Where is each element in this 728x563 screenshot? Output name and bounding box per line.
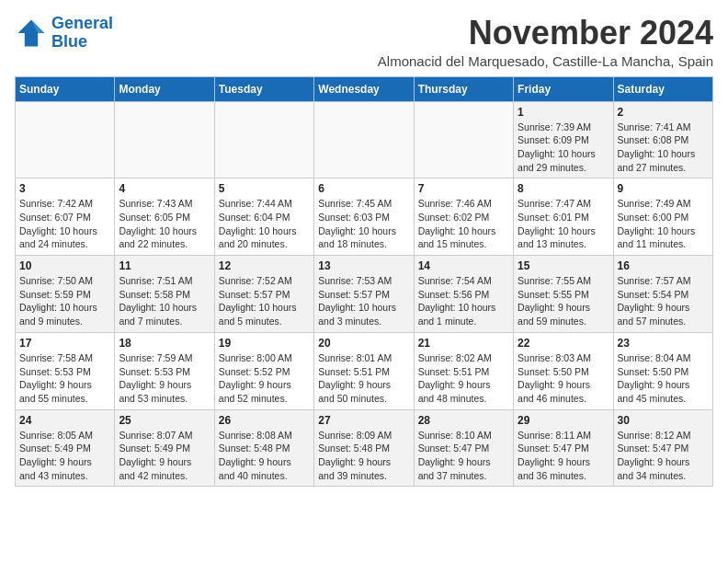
- day-number: 4: [119, 182, 210, 195]
- day-number: 24: [19, 414, 110, 427]
- day-number: 16: [618, 259, 709, 272]
- day-number: 26: [219, 414, 310, 427]
- calendar-cell: 9Sunrise: 7:49 AM Sunset: 6:00 PM Daylig…: [613, 178, 712, 256]
- calendar-table: SundayMondayTuesdayWednesdayThursdayFrid…: [15, 76, 713, 488]
- day-info: Sunrise: 7:49 AM Sunset: 6:00 PM Dayligh…: [618, 197, 709, 251]
- weekday-header: Tuesday: [214, 76, 313, 101]
- day-number: 10: [19, 259, 110, 272]
- day-number: 22: [518, 337, 609, 350]
- calendar-cell: [214, 101, 313, 178]
- calendar-cell: 28Sunrise: 8:10 AM Sunset: 5:47 PM Dayli…: [414, 409, 513, 487]
- day-info: Sunrise: 7:53 AM Sunset: 5:57 PM Dayligh…: [318, 274, 409, 328]
- day-info: Sunrise: 8:00 AM Sunset: 5:52 PM Dayligh…: [219, 351, 310, 406]
- day-info: Sunrise: 7:39 AM Sunset: 6:09 PM Dayligh…: [518, 121, 609, 175]
- day-number: 29: [518, 414, 609, 427]
- title-block: November 2024 Almonacid del Marquesado, …: [378, 15, 713, 69]
- calendar-cell: 3Sunrise: 7:42 AM Sunset: 6:07 PM Daylig…: [16, 178, 115, 256]
- calendar-cell: 8Sunrise: 7:47 AM Sunset: 6:01 PM Daylig…: [514, 178, 613, 256]
- calendar-cell: 13Sunrise: 7:53 AM Sunset: 5:57 PM Dayli…: [314, 256, 414, 333]
- day-info: Sunrise: 8:05 AM Sunset: 5:49 PM Dayligh…: [19, 429, 110, 483]
- day-number: 30: [618, 414, 709, 427]
- day-number: 13: [318, 259, 409, 272]
- calendar-cell: 4Sunrise: 7:43 AM Sunset: 6:05 PM Daylig…: [115, 178, 214, 256]
- calendar-cell: 20Sunrise: 8:01 AM Sunset: 5:51 PM Dayli…: [314, 332, 414, 409]
- day-info: Sunrise: 7:55 AM Sunset: 5:55 PM Dayligh…: [518, 274, 609, 328]
- calendar-cell: 1Sunrise: 7:39 AM Sunset: 6:09 PM Daylig…: [514, 101, 613, 178]
- calendar-week-row: 17Sunrise: 7:58 AM Sunset: 5:53 PM Dayli…: [16, 332, 713, 409]
- day-number: 14: [418, 259, 509, 272]
- calendar-cell: 16Sunrise: 7:57 AM Sunset: 5:54 PM Dayli…: [613, 256, 712, 333]
- page-container: General Blue November 2024 Almonacid del…: [15, 15, 713, 487]
- calendar-week-row: 1Sunrise: 7:39 AM Sunset: 6:09 PM Daylig…: [16, 101, 713, 178]
- calendar-cell: 7Sunrise: 7:46 AM Sunset: 6:02 PM Daylig…: [414, 178, 513, 256]
- calendar-cell: 23Sunrise: 8:04 AM Sunset: 5:50 PM Dayli…: [613, 332, 712, 409]
- day-info: Sunrise: 8:08 AM Sunset: 5:48 PM Dayligh…: [219, 429, 310, 483]
- day-number: 18: [119, 337, 210, 350]
- day-info: Sunrise: 8:02 AM Sunset: 5:51 PM Dayligh…: [418, 351, 509, 406]
- calendar-cell: 15Sunrise: 7:55 AM Sunset: 5:55 PM Dayli…: [514, 256, 613, 333]
- day-number: 19: [219, 337, 310, 350]
- weekday-header: Monday: [115, 76, 214, 101]
- day-number: 20: [318, 337, 409, 350]
- day-info: Sunrise: 7:52 AM Sunset: 5:57 PM Dayligh…: [219, 274, 310, 328]
- day-number: 3: [19, 182, 110, 195]
- day-number: 7: [418, 182, 509, 195]
- calendar-cell: 30Sunrise: 8:12 AM Sunset: 5:47 PM Dayli…: [613, 409, 712, 487]
- calendar-cell: 10Sunrise: 7:50 AM Sunset: 5:59 PM Dayli…: [16, 256, 115, 333]
- day-info: Sunrise: 8:10 AM Sunset: 5:47 PM Dayligh…: [418, 429, 509, 483]
- day-number: 8: [518, 182, 609, 195]
- day-info: Sunrise: 8:03 AM Sunset: 5:50 PM Dayligh…: [518, 351, 609, 406]
- day-info: Sunrise: 7:59 AM Sunset: 5:53 PM Dayligh…: [119, 351, 210, 406]
- weekday-header: Thursday: [414, 76, 513, 101]
- weekday-header: Wednesday: [314, 76, 414, 101]
- calendar-cell: [16, 101, 115, 178]
- day-number: 2: [618, 106, 709, 119]
- day-info: Sunrise: 7:45 AM Sunset: 6:03 PM Dayligh…: [318, 197, 409, 251]
- header: General Blue November 2024 Almonacid del…: [15, 15, 713, 69]
- day-info: Sunrise: 7:44 AM Sunset: 6:04 PM Dayligh…: [219, 197, 310, 251]
- day-info: Sunrise: 7:54 AM Sunset: 5:56 PM Dayligh…: [418, 274, 509, 328]
- calendar-week-row: 3Sunrise: 7:42 AM Sunset: 6:07 PM Daylig…: [16, 178, 713, 256]
- day-number: 15: [518, 259, 609, 272]
- day-info: Sunrise: 7:46 AM Sunset: 6:02 PM Dayligh…: [418, 197, 509, 251]
- day-info: Sunrise: 8:09 AM Sunset: 5:48 PM Dayligh…: [318, 429, 409, 483]
- day-number: 21: [418, 337, 509, 350]
- calendar-week-row: 24Sunrise: 8:05 AM Sunset: 5:49 PM Dayli…: [16, 409, 713, 487]
- calendar-cell: 14Sunrise: 7:54 AM Sunset: 5:56 PM Dayli…: [414, 256, 513, 333]
- calendar-cell: [414, 101, 513, 178]
- calendar-cell: 5Sunrise: 7:44 AM Sunset: 6:04 PM Daylig…: [214, 178, 313, 256]
- day-number: 23: [618, 337, 709, 350]
- calendar-week-row: 10Sunrise: 7:50 AM Sunset: 5:59 PM Dayli…: [16, 256, 713, 333]
- day-info: Sunrise: 8:07 AM Sunset: 5:49 PM Dayligh…: [119, 429, 210, 483]
- calendar-cell: 27Sunrise: 8:09 AM Sunset: 5:48 PM Dayli…: [314, 409, 414, 487]
- day-info: Sunrise: 7:42 AM Sunset: 6:07 PM Dayligh…: [19, 197, 110, 251]
- day-info: Sunrise: 7:41 AM Sunset: 6:08 PM Dayligh…: [618, 121, 709, 175]
- day-number: 5: [219, 182, 310, 195]
- day-number: 28: [418, 414, 509, 427]
- day-number: 27: [318, 414, 409, 427]
- calendar-cell: 22Sunrise: 8:03 AM Sunset: 5:50 PM Dayli…: [514, 332, 613, 409]
- calendar-cell: [115, 101, 214, 178]
- day-number: 6: [318, 182, 409, 195]
- calendar-cell: 24Sunrise: 8:05 AM Sunset: 5:49 PM Dayli…: [16, 409, 115, 487]
- day-info: Sunrise: 7:51 AM Sunset: 5:58 PM Dayligh…: [119, 274, 210, 328]
- calendar-cell: 11Sunrise: 7:51 AM Sunset: 5:58 PM Dayli…: [115, 256, 214, 333]
- calendar-cell: 26Sunrise: 8:08 AM Sunset: 5:48 PM Dayli…: [214, 409, 313, 487]
- calendar-cell: 19Sunrise: 8:00 AM Sunset: 5:52 PM Dayli…: [214, 332, 313, 409]
- day-info: Sunrise: 7:50 AM Sunset: 5:59 PM Dayligh…: [19, 274, 110, 328]
- calendar-cell: 12Sunrise: 7:52 AM Sunset: 5:57 PM Dayli…: [214, 256, 313, 333]
- day-number: 1: [518, 106, 609, 119]
- calendar-cell: 25Sunrise: 8:07 AM Sunset: 5:49 PM Dayli…: [115, 409, 214, 487]
- calendar-cell: [314, 101, 414, 178]
- day-info: Sunrise: 8:12 AM Sunset: 5:47 PM Dayligh…: [618, 429, 709, 483]
- day-info: Sunrise: 7:57 AM Sunset: 5:54 PM Dayligh…: [618, 274, 709, 328]
- day-number: 9: [618, 182, 709, 195]
- day-number: 11: [119, 259, 210, 272]
- day-info: Sunrise: 7:58 AM Sunset: 5:53 PM Dayligh…: [19, 351, 110, 406]
- day-info: Sunrise: 8:11 AM Sunset: 5:47 PM Dayligh…: [518, 429, 609, 483]
- location: Almonacid del Marquesado, Castille-La Ma…: [378, 53, 713, 69]
- calendar-cell: 6Sunrise: 7:45 AM Sunset: 6:03 PM Daylig…: [314, 178, 414, 256]
- weekday-header: Saturday: [613, 76, 712, 101]
- logo: General Blue: [15, 15, 113, 52]
- weekday-header: Friday: [514, 76, 613, 101]
